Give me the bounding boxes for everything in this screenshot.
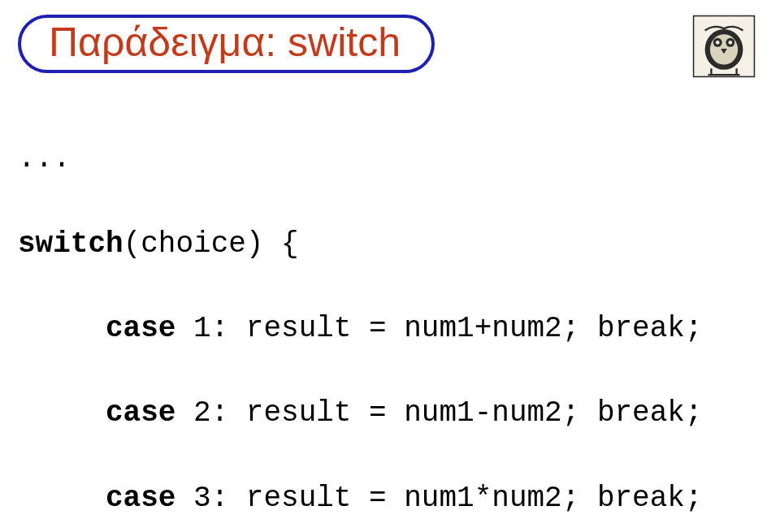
code-line: case 1: result = num1+num2; break; (18, 308, 762, 350)
code-text: ... (18, 142, 71, 175)
keyword-case: case (106, 312, 176, 345)
code-line: ... (18, 138, 762, 180)
code-line: switch(choice) { (18, 223, 762, 266)
code-text: 1: result = num1+num2; break; (176, 312, 702, 345)
code-text: (choice) { (124, 227, 299, 261)
slide-title: Παράδειγμα: switch (49, 22, 401, 63)
svg-point-6 (728, 41, 732, 45)
svg-point-5 (716, 41, 720, 45)
code-text: 2: result = num1-num2; break; (176, 396, 702, 430)
code-line: case 3: result = num1*num2; break; (18, 478, 762, 520)
slide: Παράδειγμα: switch ... switch(choice) { … (0, 0, 780, 532)
title-box: Παράδειγμα: switch (18, 15, 435, 73)
keyword-switch: switch (18, 227, 124, 261)
owl-logo-icon (692, 15, 756, 78)
code-line: case 2: result = num1-num2; break; (18, 392, 762, 435)
keyword-case: case (106, 482, 176, 515)
keyword-case: case (106, 396, 176, 430)
code-text: 3: result = num1*num2; break; (176, 482, 702, 515)
owl-icon (692, 15, 756, 78)
code-block: ... switch(choice) { case 1: result = nu… (18, 96, 762, 532)
